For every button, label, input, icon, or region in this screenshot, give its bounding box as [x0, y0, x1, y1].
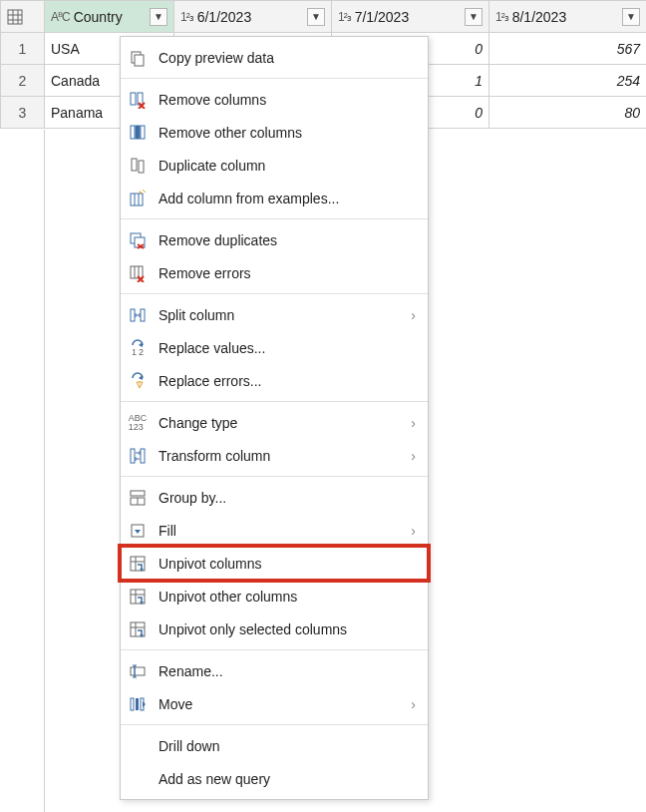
menu-add-column-from-examples[interactable]: Add column from examples... — [121, 182, 428, 214]
svg-rect-39 — [141, 449, 145, 463]
chevron-right-icon: › — [411, 696, 416, 712]
menu-label: Change type — [159, 415, 401, 431]
row-index[interactable]: 3 — [1, 97, 45, 129]
menu-replace-errors[interactable]: ! Replace errors... — [121, 364, 428, 397]
menu-transform-column[interactable]: Transform column › — [121, 439, 428, 472]
menu-add-as-new-query[interactable]: Add as new query — [121, 762, 428, 795]
menu-label: Remove other columns — [159, 125, 416, 141]
menu-unpivot-other-columns[interactable]: Unpivot other columns — [121, 580, 428, 612]
menu-unpivot-columns[interactable]: Unpivot columns — [121, 547, 428, 580]
menu-label: Unpivot only selected columns — [159, 621, 416, 637]
transform-column-icon — [127, 445, 149, 467]
menu-label: Remove duplicates — [159, 232, 416, 248]
chevron-right-icon: › — [411, 415, 416, 431]
filter-dropdown-button[interactable]: ▼ — [307, 8, 325, 26]
menu-label: Remove columns — [159, 92, 416, 108]
copy-icon — [127, 47, 149, 69]
svg-text:2: 2 — [139, 347, 144, 357]
select-all-corner[interactable] — [1, 1, 45, 33]
filter-dropdown-button[interactable]: ▼ — [622, 8, 640, 26]
replace-errors-icon: ! — [127, 370, 149, 392]
row-index[interactable]: 1 — [1, 33, 45, 65]
filter-dropdown-button[interactable]: ▼ — [150, 8, 167, 26]
column-label: Country — [74, 9, 123, 25]
menu-label: Replace values... — [159, 340, 416, 356]
menu-copy-preview-data[interactable]: Copy preview data — [121, 41, 428, 74]
svg-rect-16 — [131, 194, 143, 205]
column-label: 6/1/2023 — [197, 9, 252, 25]
blank-icon — [127, 768, 149, 790]
svg-rect-14 — [132, 159, 137, 171]
column-header-date3[interactable]: 1²₃ 8/1/2023 ▼ — [489, 1, 647, 33]
duplicate-column-icon — [127, 155, 149, 177]
menu-label: Add column from examples... — [159, 191, 416, 206]
svg-rect-62 — [136, 698, 139, 710]
svg-rect-13 — [141, 126, 145, 139]
menu-duplicate-column[interactable]: Duplicate column — [121, 149, 428, 182]
unpivot-other-columns-icon — [127, 586, 149, 608]
menu-split-column[interactable]: Split column › — [121, 298, 428, 331]
menu-move[interactable]: Move › — [121, 687, 428, 720]
column-header-country[interactable]: AᴮC Country ▼ — [45, 1, 174, 33]
chevron-right-icon: › — [411, 307, 416, 323]
svg-rect-25 — [131, 266, 143, 278]
menu-change-type[interactable]: ABC123 Change type › — [121, 406, 428, 439]
menu-label: Drill down — [159, 738, 416, 754]
menu-separator — [121, 78, 428, 79]
header-row: AᴮC Country ▼ 1²₃ 6/1/2023 ▼ 1²₃ 7/1/202… — [1, 1, 647, 33]
menu-drill-down[interactable]: Drill down — [121, 729, 428, 762]
menu-label: Unpivot columns — [159, 556, 416, 572]
svg-rect-0 — [8, 10, 22, 24]
svg-rect-57 — [131, 667, 145, 675]
svg-rect-11 — [131, 126, 135, 139]
change-type-icon: ABC123 — [127, 412, 149, 434]
cell-value[interactable]: 254 — [489, 65, 647, 97]
menu-fill[interactable]: Fill › — [121, 514, 428, 547]
number-type-icon: 1²₃ — [495, 10, 508, 24]
svg-rect-6 — [135, 55, 144, 66]
menu-remove-duplicates[interactable]: Remove duplicates — [121, 223, 428, 256]
menu-group-by[interactable]: Group by... — [121, 481, 428, 514]
svg-rect-49 — [131, 590, 145, 604]
menu-rename[interactable]: Rename... — [121, 654, 428, 687]
rename-icon — [127, 660, 149, 682]
cell-value[interactable]: 567 — [489, 33, 647, 65]
menu-label: Move — [159, 696, 401, 712]
column-context-menu: Copy preview data Remove columns Remove … — [120, 36, 429, 800]
column-header-date2[interactable]: 1²₃ 7/1/2023 ▼ — [332, 1, 489, 33]
column-header-date1[interactable]: 1²₃ 6/1/2023 ▼ — [174, 1, 332, 33]
svg-text:!: ! — [139, 380, 141, 387]
text-type-icon: AᴮC — [51, 10, 70, 24]
remove-columns-icon — [127, 89, 149, 111]
menu-remove-other-columns[interactable]: Remove other columns — [121, 116, 428, 149]
unpivot-selected-columns-icon — [127, 618, 149, 640]
svg-marker-19 — [140, 191, 143, 194]
menu-label: Remove errors — [159, 265, 416, 281]
svg-rect-40 — [131, 491, 145, 496]
column-label: 7/1/2023 — [355, 9, 410, 25]
menu-remove-columns[interactable]: Remove columns — [121, 83, 428, 116]
remove-errors-icon — [127, 262, 149, 284]
row-index[interactable]: 2 — [1, 65, 45, 97]
menu-unpivot-only-selected-columns[interactable]: Unpivot only selected columns — [121, 612, 428, 645]
remove-duplicates-icon — [127, 229, 149, 251]
group-by-icon — [127, 487, 149, 509]
blank-icon — [127, 735, 149, 757]
menu-replace-values[interactable]: 12 Replace values... — [121, 331, 428, 364]
filter-dropdown-button[interactable]: ▼ — [465, 8, 483, 26]
split-column-icon — [127, 304, 149, 326]
menu-label: Copy preview data — [159, 50, 416, 66]
cell-value[interactable]: 80 — [489, 97, 647, 129]
svg-rect-61 — [131, 698, 134, 710]
menu-remove-errors[interactable]: Remove errors — [121, 256, 428, 289]
unpivot-columns-icon — [127, 553, 149, 575]
menu-separator — [121, 649, 428, 650]
svg-rect-7 — [131, 93, 136, 105]
svg-rect-30 — [131, 309, 135, 321]
menu-label: Fill — [159, 523, 401, 539]
svg-rect-38 — [131, 449, 135, 463]
menu-separator — [121, 724, 428, 725]
menu-label: Unpivot other columns — [159, 589, 416, 605]
menu-label: Split column — [159, 307, 401, 323]
menu-separator — [121, 293, 428, 294]
